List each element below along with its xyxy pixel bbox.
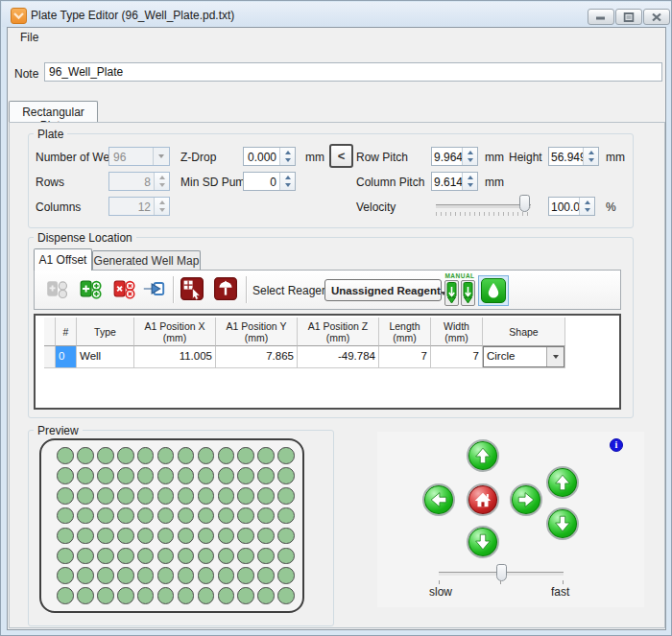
jog-up-button[interactable] [467, 439, 499, 472]
speed-slider-thumb[interactable] [496, 564, 507, 581]
spinner-arrows-icon[interactable] [583, 148, 598, 165]
column-pitch-spinner[interactable]: 9.614 [431, 172, 478, 191]
row-pitch-unit: mm [485, 151, 504, 164]
pick-position-button[interactable] [180, 277, 204, 302]
rows-spinner[interactable]: 8 [108, 172, 170, 191]
jog-down-button[interactable] [467, 526, 499, 558]
spinner-arrows-icon[interactable] [579, 198, 594, 215]
well [117, 487, 134, 505]
manual-dispense-right-button[interactable] [461, 280, 475, 306]
shape-dropdown[interactable]: Circle [483, 346, 564, 367]
tab-rectangular-plate[interactable]: Rectangular Plate [9, 101, 98, 123]
velocity-unit: % [606, 200, 616, 214]
chevron-down-icon [153, 148, 169, 165]
manual-label: MANUAL [443, 272, 477, 279]
app-envelope-icon[interactable] [11, 8, 27, 24]
minimize-button[interactable] [588, 9, 614, 25]
well [57, 507, 74, 525]
note-input[interactable] [44, 62, 662, 82]
remove-wells-button[interactable] [112, 277, 137, 302]
jog-left-button[interactable] [422, 483, 455, 516]
well [57, 487, 74, 505]
table-header-row: # Type A1 Position X(mm) A1 Position Y(m… [44, 318, 565, 346]
number-of-wells-combo[interactable]: 96 [108, 147, 170, 166]
well [178, 548, 195, 565]
z-drop-spinner[interactable]: 0.000 [243, 147, 296, 166]
cell-length[interactable]: 7 [379, 346, 431, 368]
collapse-panel-button[interactable]: < [329, 144, 353, 168]
spinner-arrows-icon[interactable] [279, 148, 295, 165]
arrow-down-icon [472, 531, 493, 553]
cell-a1-position-z[interactable]: -49.784 [298, 346, 379, 368]
velocity-slider-thumb[interactable] [519, 195, 530, 212]
well [97, 447, 114, 464]
maximize-button[interactable] [615, 9, 642, 25]
dispense-button[interactable] [478, 275, 509, 306]
spinner-arrows-icon[interactable] [462, 173, 477, 190]
spinner-arrows-icon [154, 198, 169, 215]
min-sd-pump-spinner[interactable]: 0 [243, 172, 296, 191]
cell-width[interactable]: 7 [431, 346, 483, 368]
well [137, 587, 155, 604]
well [257, 447, 275, 464]
columns-spinner[interactable]: 12 [108, 197, 170, 216]
well [57, 447, 74, 464]
well [218, 447, 235, 464]
jog-right-button[interactable] [510, 483, 542, 516]
info-button[interactable]: i [610, 438, 623, 452]
row-header-cell[interactable] [44, 346, 56, 368]
well [77, 567, 94, 584]
reagent-dropdown[interactable]: Unassigned Reagent [324, 279, 442, 301]
tab-generated-well-map[interactable]: Generated Well Map [92, 250, 201, 271]
z-up-button[interactable] [546, 466, 579, 499]
syringe-down-icon [445, 281, 458, 305]
well [57, 587, 74, 604]
pin-position-button[interactable] [213, 277, 238, 302]
a1-offset-table: # Type A1 Position X(mm) A1 Position Y(m… [44, 318, 565, 368]
column-header: Length(mm) [379, 318, 431, 346]
velocity-slider-track[interactable] [436, 204, 531, 208]
dispense-location-legend: Dispense Location [34, 231, 136, 245]
well [257, 587, 275, 604]
cell-index[interactable]: 0 [56, 346, 77, 368]
well [57, 528, 74, 545]
cell-type[interactable]: Well [77, 346, 134, 368]
arrow-left-icon [428, 489, 449, 510]
well [218, 507, 235, 525]
height-spinner[interactable]: 56.949 [548, 147, 599, 166]
column-header: Shape [483, 318, 565, 346]
cell-shape[interactable]: Circle [483, 346, 565, 368]
maximize-icon [624, 12, 635, 22]
well [218, 467, 235, 484]
row-pitch-spinner[interactable]: 9.964 [431, 147, 478, 166]
tab-a1-offset[interactable]: A1 Offset [34, 248, 92, 271]
close-icon [652, 12, 662, 21]
close-button[interactable] [643, 9, 670, 25]
droplet-icon [482, 279, 505, 302]
cell-a1-position-x[interactable]: 11.005 [134, 346, 216, 368]
add-well-button-disabled[interactable] [45, 277, 70, 302]
cell-a1-position-y[interactable]: 7.865 [216, 346, 298, 368]
manual-dispense-left-button[interactable] [444, 280, 459, 306]
well [57, 467, 74, 484]
well [178, 467, 195, 484]
velocity-spinner[interactable]: 100.0 [548, 197, 595, 216]
z-down-button[interactable] [546, 507, 579, 540]
spinner-arrows-icon[interactable] [462, 148, 477, 165]
add-wells-button[interactable] [79, 277, 104, 302]
well [198, 507, 215, 525]
velocity-label: Velocity [356, 200, 396, 214]
spinner-arrows-icon[interactable] [279, 173, 295, 190]
select-reagent-label: Select Reagent [252, 284, 331, 297]
home-button[interactable] [467, 483, 499, 516]
well [237, 467, 254, 484]
well [198, 487, 215, 505]
menu-file[interactable]: File [20, 31, 38, 44]
well [117, 507, 134, 525]
chevron-down-icon[interactable] [546, 347, 564, 366]
title-bar[interactable]: Plate Type Editor (96_Well_Plate.pd.txt) [2, 2, 671, 27]
preview-plate [39, 438, 304, 613]
apply-to-wells-button[interactable] [141, 277, 166, 302]
slider-tick [500, 580, 501, 584]
well [57, 548, 74, 565]
